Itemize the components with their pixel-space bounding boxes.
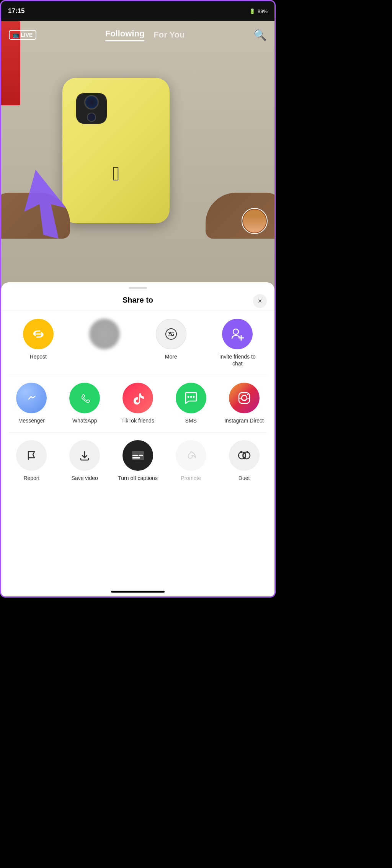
svg-point-20 [240,451,242,453]
share-sheet: Share to × Repost [1,282,274,596]
status-time: 17:15 [8,7,24,15]
app-messenger[interactable]: Messenger [8,383,54,424]
section-divider-1 [9,375,267,375]
app-instagram[interactable]: Instagram Direct [221,383,267,424]
action-duet[interactable]: Duet [221,440,267,481]
battery-icon: 🔋 [249,8,255,14]
instagram-icon [229,383,260,413]
repost-label: Repost [30,353,47,360]
promote-icon [176,440,206,471]
action-save-video[interactable]: Save video [62,440,108,481]
repost-icon [23,319,54,349]
home-indicator [111,591,165,593]
more-icon [156,319,186,349]
avatar-face [243,210,266,233]
app-whatsapp[interactable]: WhatsApp [62,383,108,424]
svg-point-8 [193,396,194,398]
camera-lens-secondary [87,113,96,122]
sms-icon [176,383,206,413]
app-tiktok-friends[interactable]: TikTok friends [115,383,161,424]
duet-icon [229,440,260,471]
tiktok-friends-label: TikTok friends [121,417,154,424]
battery-percent: 89% [258,8,268,14]
search-icon[interactable]: 🔍 [253,29,267,41]
action-report[interactable]: Report [8,440,54,481]
sms-label: SMS [185,417,197,424]
status-icons: 🔋 89% [249,8,268,14]
svg-point-7 [190,396,192,398]
svg-point-6 [187,396,189,398]
report-label: Report [23,475,39,481]
nav-tabs: Following For You [105,29,185,41]
save-video-icon [69,440,100,471]
whatsapp-icon [69,383,100,413]
user-avatar[interactable] [242,208,268,234]
action-repost[interactable]: Repost [15,319,61,360]
instagram-label: Instagram Direct [224,417,264,424]
svg-rect-15 [139,455,143,456]
report-icon [16,440,47,471]
blurred-icon [89,319,120,349]
live-badge[interactable]: 📺 LIVE [9,30,36,40]
captions-label: Turn off captions [118,475,158,481]
duet-label: Duet [238,475,250,481]
tab-following[interactable]: Following [105,29,145,41]
messenger-icon [16,383,47,413]
action-items-row: Repost More [1,319,274,375]
action-turn-off-captions[interactable]: Turn off captions [115,440,161,481]
svg-point-3 [233,329,238,334]
more-actions-row: Report Save video [1,440,274,489]
sheet-header: Share to × [1,289,274,311]
camera-module [76,93,107,124]
whatsapp-label: WhatsApp [72,417,97,424]
section-divider-2 [9,432,267,432]
tab-for-you[interactable]: For You [154,30,185,40]
action-invite[interactable]: Invite friends to chat [214,319,260,367]
save-video-label: Save video [72,475,98,481]
purple-arrow [16,162,93,239]
svg-point-21 [246,451,248,453]
sheet-title: Share to [122,296,153,305]
svg-rect-14 [132,455,138,456]
apps-row: Messenger WhatsApp TikTok friends [1,383,274,432]
invite-label: Invite friends to chat [214,353,260,367]
app-sms[interactable]: SMS [168,383,214,424]
svg-point-18 [243,452,250,459]
close-button[interactable]: × [253,294,267,308]
more-label: More [165,353,177,360]
promote-label: Promote [181,475,201,481]
action-blurred[interactable] [82,319,127,353]
tiktok-icon [122,383,153,413]
action-more[interactable]: More [148,319,194,360]
action-promote: Promote [168,440,214,481]
status-bar: 17:15 🔋 89% [1,1,274,21]
svg-rect-16 [132,457,140,459]
header-divider [1,311,274,311]
svg-point-11 [247,394,248,395]
invite-icon [222,319,253,349]
top-nav: 📺 LIVE Following For You 🔍 [1,21,274,49]
captions-icon [122,440,153,471]
messenger-label: Messenger [18,417,45,424]
apple-logo:  [113,162,120,185]
camera-lens-main [84,95,99,110]
